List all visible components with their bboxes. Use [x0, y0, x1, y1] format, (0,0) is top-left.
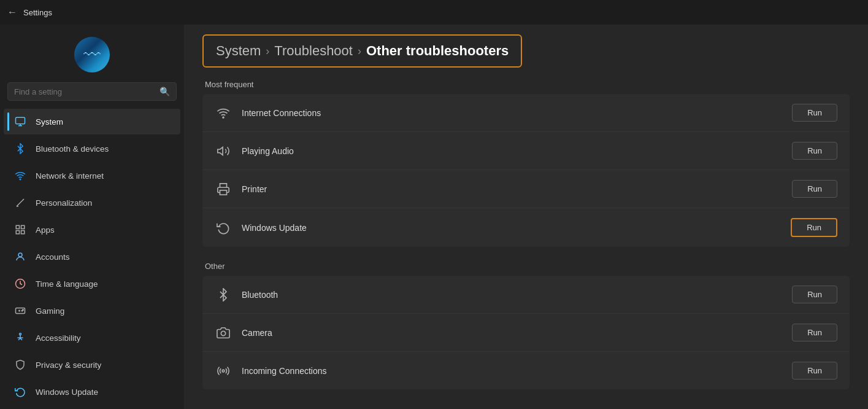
sidebar-item-network[interactable]: Network & internet — [4, 163, 180, 189]
system-icon — [13, 115, 27, 128]
troubleshooter-windows-update: Windows Update Run — [202, 208, 850, 247]
svg-rect-3 — [16, 225, 19, 228]
svg-rect-6 — [21, 231, 25, 234]
avatar: 〰 — [74, 37, 110, 72]
bluetooth-run-button[interactable]: Run — [792, 286, 837, 303]
sidebar-item-gaming-label: Gaming — [36, 306, 64, 316]
sidebar-item-time[interactable]: Time & language — [4, 271, 180, 297]
bluetooth-icon — [13, 142, 27, 155]
troubleshooter-internet: Internet Connections Run — [202, 94, 850, 132]
sidebar-item-windows-update-label: Windows Update — [36, 388, 98, 397]
search-box[interactable]: 🔍 — [7, 82, 177, 101]
breadcrumb-chevron-2: › — [358, 45, 361, 58]
svg-rect-5 — [16, 231, 19, 234]
network-icon — [13, 169, 27, 182]
incoming-icon — [215, 362, 232, 380]
time-icon — [13, 277, 27, 290]
camera-run-button[interactable]: Run — [792, 324, 837, 341]
printer-name: Printer — [242, 184, 782, 194]
svg-point-14 — [20, 333, 21, 335]
svg-point-1 — [20, 179, 21, 180]
sidebar-item-system[interactable]: System — [4, 109, 180, 134]
sidebar-item-bluetooth[interactable]: Bluetooth & devices — [4, 136, 180, 162]
svg-point-7 — [18, 253, 22, 257]
sidebar-item-apps[interactable]: Apps — [4, 217, 180, 243]
sidebar-item-privacy[interactable]: Privacy & security — [4, 352, 180, 378]
windows-update-ts-name: Windows Update — [242, 223, 781, 233]
search-icon: 🔍 — [159, 87, 170, 96]
troubleshooter-printer: Printer Run — [202, 170, 850, 208]
svg-point-15 — [223, 117, 224, 118]
troubleshooter-camera: Camera Run — [202, 314, 850, 352]
troubleshooter-audio: Playing Audio Run — [202, 132, 850, 170]
printer-run-button[interactable]: Run — [792, 180, 837, 198]
sidebar-item-network-label: Network & internet — [36, 171, 104, 181]
sidebar-item-accessibility-label: Accessibility — [36, 333, 81, 343]
breadcrumb-system: System — [216, 43, 261, 59]
sidebar-item-apps-label: Apps — [36, 225, 55, 235]
breadcrumb-other-troubleshooters: Other troubleshooters — [366, 43, 509, 59]
svg-rect-4 — [21, 225, 25, 228]
sidebar-item-system-label: System — [36, 117, 63, 127]
sidebar-item-personalization-label: Personalization — [36, 198, 92, 208]
content-area: System › Troubleshoot › Other troublesho… — [184, 25, 868, 409]
camera-icon — [215, 324, 232, 341]
privacy-icon — [13, 358, 27, 372]
app-title: Settings — [23, 8, 52, 17]
windows-update-icon — [13, 385, 27, 399]
bluetooth-ts-name: Bluetooth — [242, 290, 782, 300]
sidebar-item-windows-update[interactable]: Windows Update — [4, 379, 180, 405]
breadcrumb-troubleshoot: Troubleshoot — [274, 43, 353, 59]
audio-run-button[interactable]: Run — [792, 142, 837, 160]
svg-point-18 — [221, 331, 225, 335]
bluetooth-ts-icon — [215, 286, 232, 303]
sidebar-item-time-label: Time & language — [36, 279, 98, 289]
audio-icon — [215, 142, 232, 160]
svg-point-13 — [23, 310, 24, 311]
svg-line-2 — [17, 201, 22, 206]
camera-name: Camera — [242, 328, 782, 338]
main-layout: 〰 🔍 System Bluetooth & devices — [0, 25, 868, 409]
accounts-icon — [13, 250, 27, 263]
troubleshooter-bluetooth: Bluetooth Run — [202, 276, 850, 314]
sidebar-item-personalization[interactable]: Personalization — [4, 190, 180, 216]
breadcrumb-chevron-1: › — [266, 45, 269, 58]
sidebar-item-privacy-label: Privacy & security — [36, 360, 101, 370]
gaming-icon — [13, 304, 27, 317]
troubleshooter-incoming: Incoming Connections Run — [202, 352, 850, 389]
most-frequent-title: Most frequent — [202, 80, 850, 89]
svg-marker-16 — [218, 147, 223, 155]
printer-icon — [215, 181, 232, 198]
internet-name: Internet Connections — [242, 108, 782, 118]
most-frequent-list: Internet Connections Run Playing Audio R… — [202, 94, 850, 247]
sidebar-item-bluetooth-label: Bluetooth & devices — [36, 144, 109, 154]
incoming-run-button[interactable]: Run — [792, 362, 837, 380]
sidebar-nav: System Bluetooth & devices Network & int… — [0, 108, 184, 405]
windows-update-run-button[interactable]: Run — [791, 218, 837, 237]
windows-update-ts-icon — [215, 219, 232, 236]
accessibility-icon — [13, 331, 27, 345]
internet-run-button[interactable]: Run — [792, 104, 837, 122]
apps-icon — [13, 223, 27, 236]
back-button[interactable]: ← — [7, 7, 17, 18]
audio-name: Playing Audio — [242, 146, 782, 156]
svg-point-19 — [222, 370, 225, 372]
title-bar: ← Settings — [0, 0, 868, 25]
sidebar-item-accounts[interactable]: Accounts — [4, 244, 180, 270]
svg-rect-17 — [220, 190, 227, 194]
svg-rect-0 — [16, 117, 25, 124]
sidebar: 〰 🔍 System Bluetooth & devices — [0, 25, 184, 409]
other-title: Other — [202, 262, 850, 271]
personalization-icon — [13, 196, 27, 209]
other-list: Bluetooth Run Camera Run Incoming Connec… — [202, 276, 850, 389]
breadcrumb: System › Troubleshoot › Other troublesho… — [202, 34, 522, 68]
sidebar-item-gaming[interactable]: Gaming — [4, 298, 180, 324]
sidebar-item-accessibility[interactable]: Accessibility — [4, 325, 180, 351]
internet-icon — [215, 104, 232, 122]
search-input[interactable] — [14, 87, 155, 96]
incoming-name: Incoming Connections — [242, 366, 782, 376]
sidebar-item-accounts-label: Accounts — [36, 252, 70, 262]
avatar-container: 〰 — [0, 25, 184, 82]
